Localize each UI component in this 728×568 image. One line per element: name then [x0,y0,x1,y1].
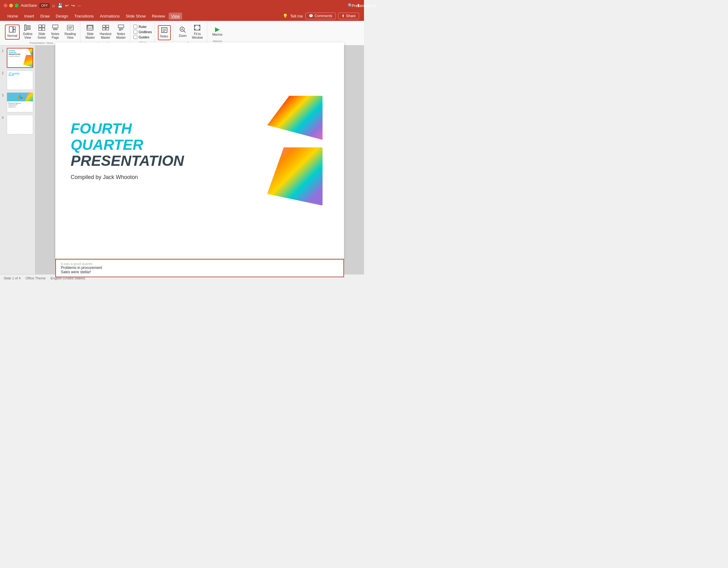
gridlines-checkbox[interactable]: Gridlines [133,30,152,34]
slide-text-block: FOURTH QUARTER PRESENTATION Compiled by … [71,121,267,181]
ribbon-btn-outline-view[interactable]: OutlineView [21,23,34,41]
slide-item-1[interactable]: 1 FOURTHQUARTERPRESENTATION Compiled by … [2,48,33,68]
slide-title-quarter: QUARTER [71,137,267,153]
svg-rect-2 [13,30,15,32]
menu-item-transitions[interactable]: Transitions [72,13,96,20]
menu-item-home[interactable]: Home [5,13,21,20]
ribbon-btn-slide-sorter[interactable]: SlideSorter [36,23,48,41]
menu-item-insert[interactable]: Insert [22,13,37,20]
svg-rect-22 [106,25,109,27]
reading-view-label: ReadingView [65,32,76,40]
autosave-toggle[interactable]: OFF [39,3,50,8]
undo-icon[interactable]: ↩ [65,3,69,8]
svg-rect-10 [39,28,41,30]
comment-icon: 💬 [309,14,313,18]
ruler-input[interactable] [133,25,137,29]
tell-me-label[interactable]: Tell me [290,14,303,18]
language-info: English (United States) [51,276,85,280]
notes-line1: It was a good quarter. [61,262,339,266]
handout-master-label: HandoutMaster [100,32,112,40]
home-icon[interactable]: ⌂ [52,3,55,8]
ribbon-btn-notes-master[interactable]: NotesMaster [115,23,128,41]
gridlines-input[interactable] [133,30,137,34]
maximize-button[interactable] [15,4,18,7]
slide-title-fourth: FOURTH [71,121,267,137]
ribbon-group-show: Ruler Gridlines Guides Show [131,22,155,44]
menu-item-design[interactable]: Design [53,13,71,20]
guides-input[interactable] [133,35,137,39]
slide-subtitle: Compiled by Jack Whooton [71,174,267,181]
svg-line-34 [184,31,186,33]
presentation-view-buttons: Normal OutlineView [5,23,78,41]
traffic-lights [4,4,18,7]
share-button[interactable]: ⬆ Share [338,13,359,19]
ribbon-group-zoom: Zoom Fit toWindow Zoom [174,22,208,44]
menu-item-animations[interactable]: Animations [97,13,122,20]
notes-buttons: Notes [158,23,171,42]
svg-rect-9 [42,25,45,27]
more-icon[interactable]: ··· [77,3,81,8]
zoom-buttons: Zoom Fit toWindow [177,23,205,41]
ribbon-btn-notes-page[interactable]: NotesPage [49,23,61,41]
slide-canvas: FOURTH QUARTER PRESENTATION Compiled by … [55,42,344,259]
svg-rect-24 [106,28,109,30]
svg-rect-3 [25,25,26,30]
ribbon-btn-fit-to-window[interactable]: Fit toWindow [190,23,205,41]
menu-right: 💡 Tell me 💬 Comments ⬆ Share [283,13,359,19]
menu-item-review[interactable]: Review [149,13,167,20]
svg-rect-20 [88,26,92,28]
share-arrow-icon: ⬆ [342,14,345,18]
slide-area-wrapper: FOURTH QUARTER PRESENTATION Compiled by … [41,42,358,277]
slide-thumb-1[interactable]: FOURTHQUARTERPRESENTATION Compiled by Ja… [7,48,33,68]
notes-master-icon [118,25,124,32]
menu-item-draw[interactable]: Draw [38,13,52,20]
slide-thumb-2[interactable]: 3RD QUARTERRECAP [7,70,33,90]
normal-view-icon [9,26,16,33]
macros-buttons: ▶ Macros [210,23,224,39]
redo-icon[interactable]: ↪ [71,3,75,8]
ribbon-group-master-views: SlideMaster HandoutMaster [81,22,130,44]
slide-thumb-4[interactable] [7,115,33,135]
zoom-label: Zoom [179,34,187,38]
ribbon-group-presentation-views: Normal OutlineView [2,22,80,44]
presentation-title: Presentation2 [352,3,364,8]
slide-title-presentation: PRESENTATION [71,153,267,169]
share-label: Share [346,14,356,18]
normal-label: Normal [7,34,17,38]
comments-button[interactable]: 💬 Comments [305,13,336,19]
ribbon-btn-reading-view[interactable]: ReadingView [63,23,78,41]
slide-item-3[interactable]: 3 Progress Figures: xx million in the qu… [2,92,33,112]
guides-checkbox[interactable]: Guides [133,35,152,39]
ribbon-btn-notes[interactable]: Notes [158,25,171,40]
slide-item-2[interactable]: 2 3RD QUARTERRECAP [2,70,33,90]
slide-thumb-3[interactable]: Progress Figures: xx million in the quar… [7,92,33,112]
ruler-checkbox[interactable]: Ruler [133,25,152,29]
notes-line3: Sales were stellar! [61,270,339,274]
slide-content: FOURTH QUARTER PRESENTATION Compiled by … [55,42,344,259]
notes-line2: Problems in procurement [61,266,339,270]
gridlines-label: Gridlines [139,30,152,34]
ribbon-btn-normal[interactable]: Normal [5,25,20,40]
svg-rect-1 [13,27,15,29]
ribbon-btn-slide-master[interactable]: SlideMaster [84,23,97,41]
slide-item-4[interactable]: 4 [2,115,33,135]
macros-label: Macros [212,33,222,37]
menu-item-slideshow[interactable]: Slide Show [123,13,148,20]
minimize-button[interactable] [9,4,13,7]
slide-master-icon [87,25,93,32]
svg-rect-25 [118,25,124,28]
handout-master-icon [102,25,109,32]
ribbon-btn-macros[interactable]: ▶ Macros [210,25,224,38]
menu-item-view[interactable]: View [169,13,182,20]
ribbon-btn-handout-master[interactable]: HandoutMaster [98,23,113,41]
save-icon[interactable]: 💾 [57,3,63,8]
fit-to-window-label: Fit toWindow [192,32,203,40]
close-button[interactable] [4,4,7,7]
slide-sorter-icon [38,25,45,32]
ribbon-btn-zoom[interactable]: Zoom [177,25,189,39]
svg-rect-0 [9,27,13,32]
svg-rect-12 [53,25,58,28]
ribbon: Normal OutlineView [0,21,364,45]
notes-area[interactable]: It was a good quarter. Problems in procu… [55,259,344,277]
notes-page-label: NotesPage [51,32,59,40]
